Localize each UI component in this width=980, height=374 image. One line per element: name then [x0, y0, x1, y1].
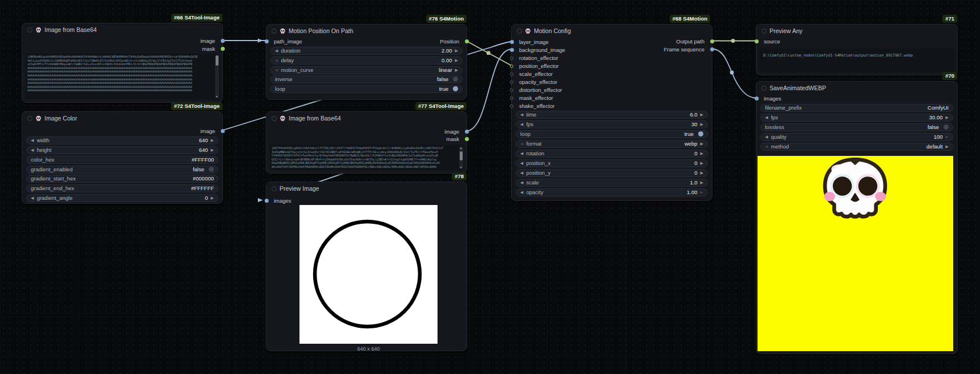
next-option-arrow-icon[interactable]: ▶	[946, 144, 949, 148]
input-shake-effector[interactable]: shake_effector	[512, 102, 554, 110]
input-path-image[interactable]: path_image	[266, 38, 302, 45]
input-images[interactable]: images	[266, 197, 291, 204]
collapse-dot-icon[interactable]	[762, 29, 767, 34]
increment-arrow-icon[interactable]: ▶	[700, 151, 703, 155]
scrollbar-thumb[interactable]	[216, 55, 218, 66]
scroll-up-icon[interactable]: ▲	[459, 146, 463, 150]
base64-textarea[interactable]: iVBORw0KGgoAAAANSUhEUgAAAoAAAAKACAYAAAAW…	[25, 54, 220, 99]
toggle-knob[interactable]	[453, 86, 458, 91]
output-image[interactable]: image	[200, 37, 222, 45]
widget-format[interactable]: ◀ format webp ▶	[516, 140, 708, 148]
collapse-dot-icon[interactable]	[517, 29, 522, 34]
increment-arrow-icon[interactable]: ▶	[946, 115, 949, 119]
input-position-effector[interactable]: position_effector	[512, 62, 559, 70]
increment-arrow-icon[interactable]: ▶	[211, 138, 214, 142]
widget-filename-prefix[interactable]: filename_prefix ComfyUI	[760, 104, 953, 112]
widget-position-x[interactable]: ◀ position_x 0 ▶	[516, 159, 708, 167]
widget-position-y[interactable]: ◀ position_y 0 ▶	[516, 169, 708, 177]
node-preview-any-71[interactable]: #71 Preview Any source D:\ComfyUI\custom…	[756, 24, 958, 75]
increment-arrow-icon[interactable]: ▶	[700, 180, 703, 184]
decrement-arrow-icon[interactable]: ◀	[275, 58, 278, 62]
output-output-path[interactable]: Output path	[676, 38, 712, 45]
increment-arrow-icon[interactable]: ▶	[700, 190, 703, 194]
prev-option-arrow-icon[interactable]: ◀	[765, 144, 768, 148]
input-images[interactable]: images	[756, 95, 781, 102]
widget-rotation[interactable]: ◀ rotation 0 ▶	[516, 150, 708, 158]
prev-option-arrow-icon[interactable]: ◀	[520, 142, 523, 146]
output-preview-image[interactable]	[758, 156, 953, 351]
increment-arrow-icon[interactable]: ▶	[211, 196, 214, 200]
widget-gradient-enabled[interactable]: gradient_enabled false	[26, 166, 218, 174]
decrement-arrow-icon[interactable]: ◀	[520, 190, 523, 194]
increment-arrow-icon[interactable]: ▶	[455, 58, 458, 62]
output-image[interactable]: image	[444, 128, 467, 135]
decrement-arrow-icon[interactable]: ◀	[31, 196, 34, 200]
collapse-dot-icon[interactable]	[272, 186, 277, 191]
decrement-arrow-icon[interactable]: ◀	[520, 151, 523, 155]
collapse-dot-icon[interactable]	[272, 29, 277, 34]
collapse-dot-icon[interactable]	[272, 116, 277, 121]
widget-method[interactable]: ◀ method default ▶	[760, 143, 953, 151]
decrement-arrow-icon[interactable]: ◀	[765, 135, 768, 139]
input-distortion-effector[interactable]: distortion_effector	[512, 86, 562, 94]
input-rotation-effector[interactable]: rotation_effector	[512, 54, 558, 62]
output-position[interactable]: Position	[440, 38, 467, 45]
widget-loop[interactable]: loop true	[270, 85, 463, 93]
toggle-knob[interactable]	[453, 77, 458, 82]
preview-any-textbox[interactable]: D:\ComfyUI\custom_nodes\ComfyUI-S4Motion…	[759, 48, 954, 72]
collapse-dot-icon[interactable]	[27, 116, 33, 121]
output-mask[interactable]: mask	[446, 135, 467, 143]
widget-time[interactable]: ◀ time 6.0 ▶	[516, 111, 708, 119]
decrement-arrow-icon[interactable]: ◀	[520, 161, 523, 165]
widget-color-hex[interactable]: color_hex #FFFF00	[26, 156, 218, 164]
scroll-down-icon[interactable]: ▼	[215, 95, 219, 98]
collapse-dot-icon[interactable]	[27, 27, 33, 33]
input-opacity-effector[interactable]: opacity_effector	[512, 78, 557, 86]
input-layer-image[interactable]: layer_image	[512, 38, 549, 46]
node-graph-canvas[interactable]: #66 S4Tool-Image Image from Base64 image…	[0, 0, 980, 374]
widget-delay[interactable]: ◀ delay 0.00 ▶	[270, 57, 463, 65]
output-image[interactable]: image	[200, 127, 222, 135]
toggle-knob[interactable]	[698, 131, 703, 136]
input-background-image[interactable]: background_image	[512, 46, 565, 54]
preview-image-circle[interactable]	[299, 205, 438, 344]
widget-duration[interactable]: ◀ duration 2.00 ▶	[270, 47, 463, 55]
widget-gradient-start-hex[interactable]: gradient_start_hex #000000	[26, 175, 218, 183]
decrement-arrow-icon[interactable]: ◀	[31, 148, 34, 152]
node-motion-position-on-path-76[interactable]: #76 S4Motion Motion Position On Path pat…	[266, 24, 467, 100]
input-scale-effector[interactable]: scale_effector	[512, 70, 553, 78]
node-save-animated-webp-70[interactable]: #70 SaveAnimatedWEBP images filename_pre…	[756, 81, 958, 354]
node-image-from-base64-66[interactable]: #66 S4Tool-Image Image from Base64 image…	[22, 23, 223, 103]
output-mask[interactable]: mask	[202, 45, 222, 53]
widget-opacity[interactable]: ◀ opacity 1.00 ▶	[516, 188, 708, 196]
widget-scale[interactable]: ◀ scale 1.0 ▶	[516, 179, 708, 187]
increment-arrow-icon[interactable]: ▶	[700, 112, 703, 116]
toggle-knob[interactable]	[209, 167, 214, 172]
scrollbar[interactable]: ▼	[215, 55, 219, 98]
increment-arrow-icon[interactable]: ▶	[700, 171, 703, 175]
increment-arrow-icon[interactable]: ▶	[946, 135, 949, 139]
widget-gradient-end-hex[interactable]: gradient_end_hex #FFFFFF	[26, 184, 218, 192]
widget-loop[interactable]: loop true	[516, 130, 708, 138]
scroll-down-icon[interactable]: ▼	[459, 166, 463, 169]
next-option-arrow-icon[interactable]: ▶	[700, 142, 703, 146]
increment-arrow-icon[interactable]: ▶	[211, 148, 214, 152]
input-source[interactable]: source	[756, 38, 780, 45]
prev-option-arrow-icon[interactable]: ◀	[275, 68, 278, 72]
increment-arrow-icon[interactable]: ▶	[700, 122, 703, 126]
decrement-arrow-icon[interactable]: ◀	[520, 180, 523, 184]
widget-lossless[interactable]: lossless false	[760, 123, 953, 131]
decrement-arrow-icon[interactable]: ◀	[275, 49, 278, 53]
next-option-arrow-icon[interactable]: ▶	[455, 68, 458, 72]
node-image-from-base64-77[interactable]: #77 S4Tool-Image Image from Base64 image…	[266, 111, 467, 174]
decrement-arrow-icon[interactable]: ◀	[765, 115, 768, 119]
node-preview-image-78[interactable]: #78 Preview Image images 640 x 640	[266, 182, 467, 351]
decrement-arrow-icon[interactable]: ◀	[520, 112, 523, 116]
toggle-knob[interactable]	[943, 124, 949, 130]
increment-arrow-icon[interactable]: ▶	[700, 161, 703, 165]
widget-fps[interactable]: ◀ fps 30 ▶	[516, 120, 708, 128]
node-image-color-72[interactable]: #72 S4Tool-Image Image Color image ◀ wid…	[22, 111, 223, 204]
widget-height[interactable]: ◀ height 640 ▶	[26, 146, 218, 154]
decrement-arrow-icon[interactable]: ◀	[31, 138, 34, 142]
increment-arrow-icon[interactable]: ▶	[455, 49, 458, 53]
